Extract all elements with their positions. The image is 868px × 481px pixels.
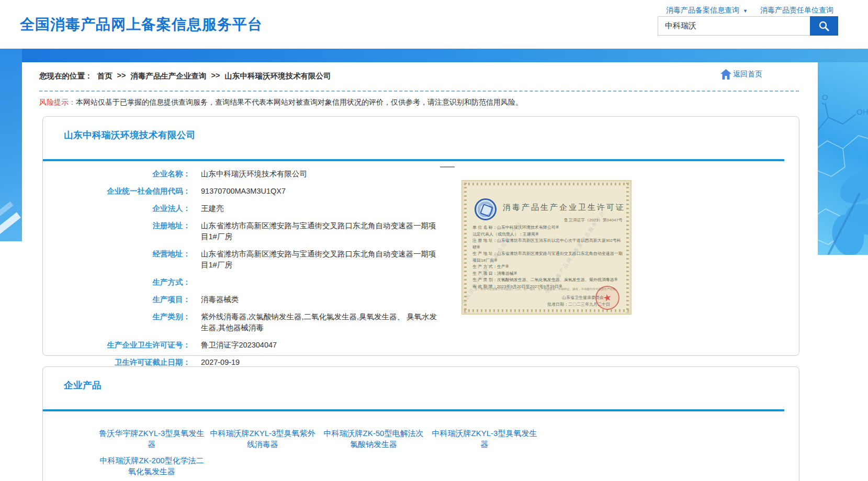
certificate-line: 注 册 地 址：山东省潍坊市高新区玉清东街以北中心次干道以西高新大厦902号科研… [472, 238, 623, 251]
company-fields: 企业名称： 山东中科瑞沃环境技术有限公司 企业统一社会信用代码： 9137070… [43, 169, 456, 374]
chevron-down-icon: ▼ [743, 8, 748, 14]
field-row-license-number: 生产企业卫生许可证号： 鲁卫消证字202304047 [43, 340, 456, 351]
field-row-business-address: 经营地址： 山东省潍坊市高新区潍安路与宝通街交叉路口东北角自动变速器一期项目1#… [43, 249, 456, 271]
breadcrumb-prefix: 您现在的位置： [39, 71, 93, 81]
molecule-illustration: O OH [818, 62, 868, 255]
field-row-production-project: 生产项目： 消毒器械类 [43, 294, 456, 305]
field-label: 企业名称： [43, 169, 190, 180]
nav-link-record-info-label: 消毒产品备案信息查询 [666, 6, 739, 15]
field-value: 王建亮 [201, 203, 224, 214]
left-chevron-shape [0, 212, 21, 237]
certificate-line: 生 产 项 目：消毒器械※ [472, 271, 623, 277]
field-label: 注册地址： [43, 220, 190, 242]
field-value: 91370700MA3M3U1QX7 [201, 186, 286, 197]
card-title-rule [43, 409, 784, 411]
field-row-production-category: 生产类别： 紫外线消毒器,次氯酸钠发生器,二氧化氯发生器,臭氧发生器、 臭氧水发… [43, 311, 456, 333]
certificate-line: 生 产 方 式：生产※ [472, 264, 623, 271]
field-row-company-name: 企业名称： 山东中科瑞沃环境技术有限公司 [43, 169, 456, 180]
certificate-emblem-icon [475, 198, 497, 220]
field-value: 山东省潍坊市高新区潍安路与宝通街交叉路口东北角自动变速器一期项目1#厂房 [201, 220, 441, 242]
search-icon [818, 20, 830, 32]
field-row-legal-person: 企业法人： 王建亮 [43, 203, 456, 214]
field-row-production-mode: 生产方式： [43, 277, 456, 288]
field-value: 消毒器械类 [201, 294, 239, 305]
license-certificate-image[interactable]: 全国消毒产品网上备案信息服务平台 全国消毒产品网上备案信息服务平台 消毒产品生产… [461, 180, 632, 315]
field-value: 鲁卫消证字202304047 [201, 340, 277, 351]
field-row-credit-code: 企业统一社会信用代码： 91370700MA3M3U1QX7 [43, 186, 456, 197]
nav-link-responsible-unit-query[interactable]: 消毒产品责任单位查询 [760, 6, 833, 15]
home-icon [720, 69, 732, 80]
field-value: 山东中科瑞沃环境技术有限公司 [201, 169, 307, 180]
return-home-button[interactable]: 返回首页 [720, 69, 762, 80]
field-row-registered-address: 注册地址： 山东省潍坊市高新区潍安路与宝通街交叉路口东北角自动变速器一期项目1#… [43, 220, 456, 242]
page-header: 全国消毒产品网上备案信息服务平台 消毒产品备案信息查询 ▼ 消毒产品责任单位查询 [0, 0, 868, 49]
risk-notice-text: 本网站仅基于已掌握的信息提供查询服务，查询结果不代表本网站对被查询对象信用状况的… [76, 98, 523, 106]
product-link[interactable]: 中科瑞沃牌ZKYL-3型臭氧发生器 [429, 428, 540, 450]
left-background-decoration [0, 49, 22, 241]
product-link[interactable]: 鲁沃华宇牌ZKYL-3型臭氧发生器 [96, 428, 207, 450]
products-section-title: 企业产品 [64, 379, 102, 391]
company-name-title: 山东中科瑞沃环境技术有限公司 [64, 129, 196, 141]
risk-notice: 风险提示：本网站仅基于已掌握的信息提供查询服务，查询结果不代表本网站对被查询对象… [39, 98, 523, 107]
svg-text:OH: OH [856, 107, 868, 116]
breadcrumb-separator: >> [117, 71, 126, 81]
search-bar [658, 16, 838, 36]
certificate-line: 生 产 类 别：次氯酸钠发生器、二氧化氯发生器、臭氧发生器、紫外线消毒器※ [472, 277, 623, 284]
svg-text:O: O [822, 93, 828, 102]
breadcrumb-separator: >> [211, 71, 220, 81]
certificate-line: 生 产 地 址：山东省潍坊市高新区潍安路与宝通街交叉路口东北角自动变速器一期项目… [472, 251, 623, 264]
field-value: 紫外线消毒器,次氯酸钠发生器,二氧化氯发生器,臭氧发生器、 臭氧水发生器,其他器… [201, 311, 441, 333]
site-title: 全国消毒产品网上备案信息服务平台 [20, 15, 263, 35]
breadcrumb-home-link[interactable]: 首页 [97, 71, 112, 81]
field-value: 山东省潍坊市高新区潍安路与宝通街交叉路口东北角自动变速器一期项目1#厂房 [201, 249, 441, 271]
field-label: 企业法人： [43, 203, 190, 214]
search-input[interactable] [658, 16, 810, 36]
field-label: 经营地址： [43, 249, 190, 271]
breadcrumb: 您现在的位置： 首页 >> 消毒产品生产企业查询 >> 山东中科瑞沃环境技术有限… [39, 71, 331, 81]
field-label: 企业统一社会信用代码： [43, 186, 190, 197]
field-label: 生产方式： [43, 277, 190, 288]
certificate-title: 消毒产品生产企业卫生许可证 [503, 203, 625, 212]
search-button[interactable] [810, 16, 838, 36]
breadcrumb-current-page: 山东中科瑞沃环境技术有限公司 [224, 71, 331, 81]
field-label: 生产类别： [43, 311, 190, 333]
certificate-line: 法定代表人（或负责人）：王建亮※ [472, 231, 623, 238]
certificate-line: 单 位 名 称：山东中科瑞沃环境技术有限公司※ [472, 225, 623, 231]
right-background-decoration: O OH [818, 62, 868, 255]
dashed-divider [39, 91, 799, 92]
breadcrumb-company-query-link[interactable]: 消毒产品生产企业查询 [130, 71, 206, 81]
certificate-body: 单 位 名 称：山东中科瑞沃环境技术有限公司※ 法定代表人（或负责人）：王建亮※… [472, 225, 623, 290]
risk-notice-label: 风险提示： [39, 98, 76, 106]
top-nav: 消毒产品备案信息查询 ▼ 消毒产品责任单位查询 [666, 5, 833, 16]
product-link[interactable]: 中科瑞沃牌ZK-200型化学法二氧化氯发生器 [96, 455, 207, 477]
certificate-border-decoration [464, 183, 630, 185]
dash-mark [440, 166, 455, 167]
field-label: 生产项目： [43, 294, 190, 305]
seal-star: ★ [602, 292, 613, 305]
product-link[interactable]: 中科瑞沃牌ZKYL-3型臭氧紫外线消毒器 [207, 428, 318, 450]
card-title-rule [43, 159, 784, 161]
header-band [0, 49, 868, 62]
certificate-number: 鲁卫消证字（2023）第04047号 [564, 217, 623, 223]
company-products-card: 企业产品 鲁沃华宇牌ZKYL-3型臭氧发生器 中科瑞沃牌ZKYL-3型臭氧紫外线… [42, 366, 799, 481]
certificate-border-decoration [626, 183, 629, 313]
products-grid: 鲁沃华宇牌ZKYL-3型臭氧发生器 中科瑞沃牌ZKYL-3型臭氧紫外线消毒器 中… [96, 428, 540, 477]
field-label: 生产企业卫生许可证号： [43, 340, 190, 351]
nav-link-record-info-query[interactable]: 消毒产品备案信息查询 ▼ [666, 6, 748, 15]
company-info-card: 山东中科瑞沃环境技术有限公司 企业名称： 山东中科瑞沃环境技术有限公司 企业统一… [42, 116, 799, 356]
nav-link-responsible-unit-label: 消毒产品责任单位查询 [760, 6, 833, 15]
product-link[interactable]: 中科瑞沃牌ZK-50型电解法次氯酸钠发生器 [318, 428, 429, 450]
return-home-label: 返回首页 [733, 70, 762, 79]
